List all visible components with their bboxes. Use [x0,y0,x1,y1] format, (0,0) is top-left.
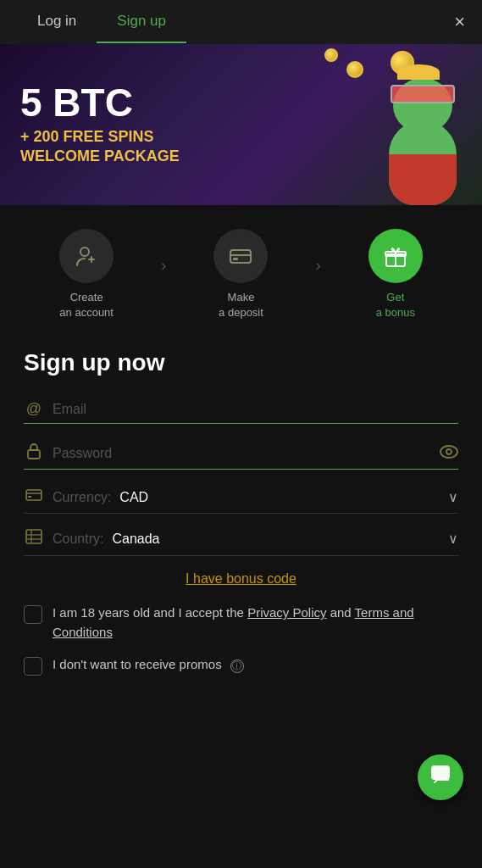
country-chevron-icon: ∨ [448,531,458,547]
header: Log in Sign up × [0,0,482,44]
svg-rect-3 [230,250,251,263]
currency-select[interactable]: Currency: CAD ∨ [24,488,458,514]
email-at-icon: @ [24,400,44,418]
terms-text: I am 18 years old and I accept the Priva… [53,604,458,642]
email-field[interactable] [53,402,458,417]
step-arrow-1: › [156,257,171,275]
step-create-label: Createan account [59,290,114,320]
step-bonus-label: Geta bonus [376,290,415,320]
step-bonus: Geta bonus [326,229,465,320]
promos-checkbox[interactable] [24,657,42,676]
currency-chevron-icon: ∨ [448,489,458,505]
password-field[interactable] [53,446,431,461]
banner-text: 5 BTC + 200 FREE SPINS WELCOME PACKAGE [20,83,462,167]
currency-label: Currency: [53,490,111,505]
svg-point-0 [80,248,89,256]
form-section: Sign up now @ Curren [0,341,482,706]
svg-rect-9 [28,450,40,459]
svg-rect-5 [233,258,238,260]
country-select[interactable]: Country: Canada ∨ [24,529,458,556]
currency-icon [24,488,44,506]
tabs: Log in Sign up [17,1,186,43]
chat-icon [429,764,452,791]
step-create: Createan account [17,229,156,320]
form-title: Sign up now [24,349,458,376]
promos-checkbox-row: I don't want to receive promos ⓘ [24,655,458,676]
step-deposit-label: Makea deposit [219,290,263,320]
country-value: Canada [112,531,440,547]
chat-fab-button[interactable] [418,754,463,800]
step-create-icon [59,229,114,283]
close-button[interactable]: × [454,13,465,31]
currency-value: CAD [119,490,440,505]
svg-rect-12 [26,490,42,500]
banner: 5 BTC + 200 FREE SPINS WELCOME PACKAGE [0,44,482,205]
svg-point-10 [440,446,457,458]
country-icon [24,529,44,548]
steps-section: Createan account › Makea deposit › [0,205,482,341]
banner-btc-amount: 5 BTC [20,83,462,122]
lock-icon [24,442,44,464]
svg-point-11 [446,449,452,454]
email-input-group: @ [24,400,458,424]
promos-info-icon[interactable]: ⓘ [230,659,244,673]
svg-rect-14 [28,496,31,498]
step-arrow-2: › [311,257,326,275]
privacy-policy-link[interactable]: Privacy Policy [247,605,326,620]
svg-rect-19 [431,765,450,780]
svg-rect-15 [26,530,42,543]
terms-checkbox[interactable] [24,605,42,624]
password-input-group [24,442,458,470]
country-label: Country: [53,531,103,547]
step-deposit: Makea deposit [171,229,310,320]
terms-checkbox-row: I am 18 years old and I accept the Priva… [24,604,458,642]
step-deposit-icon [213,229,268,283]
tab-login[interactable]: Log in [17,1,97,43]
banner-free-spins: + 200 FREE SPINS WELCOME PACKAGE [20,127,462,167]
bonus-code-link[interactable]: I have bonus code [24,571,458,587]
tab-signup[interactable]: Sign up [97,1,186,43]
step-bonus-icon [368,229,423,283]
eye-icon[interactable] [440,443,458,463]
promos-text: I don't want to receive promos ⓘ [53,655,244,675]
